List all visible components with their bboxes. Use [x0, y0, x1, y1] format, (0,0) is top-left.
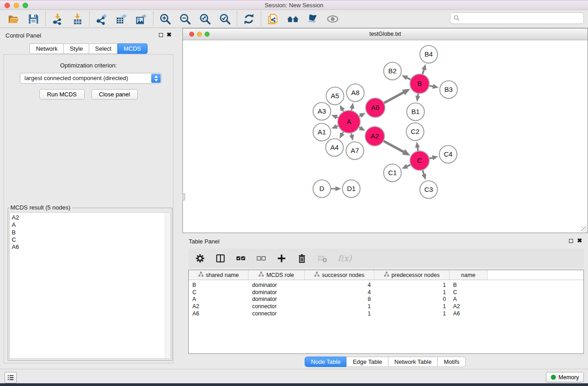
table-cell[interactable]: 1 — [374, 303, 449, 310]
search-input[interactable] — [460, 14, 583, 23]
table-cell[interactable]: A6 — [189, 310, 249, 317]
result-item[interactable]: C — [10, 236, 170, 243]
result-item[interactable]: B — [10, 229, 170, 236]
export-table-button[interactable] — [115, 12, 128, 26]
table-cell[interactable]: C — [189, 289, 249, 295]
table-row[interactable]: Cdominator41C — [189, 289, 583, 296]
table-cell[interactable]: B — [189, 282, 249, 288]
column-header-MCDS-role[interactable]: MCDS role — [249, 270, 305, 280]
table-cell[interactable]: 1 — [374, 289, 449, 295]
table-cell[interactable]: A2 — [449, 303, 488, 310]
graph-node-A2[interactable]: A2 — [365, 127, 385, 146]
graph-node-A1[interactable]: A1 — [313, 124, 331, 141]
search-box[interactable] — [450, 12, 584, 24]
optimization-criterion-dropdown[interactable]: largest connected component (directed) — [20, 73, 162, 84]
table-cell[interactable]: 0 — [374, 296, 449, 302]
graph-node-B1[interactable]: B1 — [407, 103, 425, 121]
table-cell[interactable]: C — [449, 289, 488, 295]
left-resize-grip-icon[interactable] — [182, 193, 185, 200]
settings-button[interactable] — [195, 253, 206, 264]
deselect-all-checkboxes-button[interactable] — [256, 253, 267, 264]
table-cell[interactable]: 1 — [374, 310, 449, 317]
tab-node-table[interactable]: Node Table — [305, 357, 347, 367]
network-zoom-button[interactable] — [205, 32, 210, 37]
tab-select[interactable]: Select — [89, 43, 118, 54]
export-network-button[interactable] — [95, 12, 108, 26]
add-column-button[interactable] — [276, 253, 287, 264]
graph-node-C2[interactable]: C2 — [406, 123, 424, 141]
control-panel-close-icon[interactable]: ✖ — [167, 31, 172, 38]
resize-grip-icon[interactable] — [581, 226, 587, 232]
table-cell[interactable]: 4 — [305, 289, 374, 295]
import-network-button[interactable] — [51, 12, 64, 26]
table-cell[interactable]: A6 — [449, 310, 488, 317]
graph-node-C[interactable]: C — [410, 151, 430, 171]
graph-node-A8[interactable]: A8 — [347, 84, 364, 102]
result-item[interactable]: A6 — [10, 243, 170, 251]
tab-mcds[interactable]: MCDS — [117, 43, 147, 54]
zoom-fit-button[interactable] — [198, 12, 212, 26]
tab-edge-table[interactable]: Edge Table — [346, 357, 388, 367]
table-cell[interactable]: B — [449, 282, 488, 288]
run-mcds-button[interactable]: Run MCDS — [39, 89, 85, 100]
task-history-button[interactable] — [5, 372, 17, 383]
select-all-checkboxes-button[interactable] — [235, 253, 246, 264]
zoom-out-button[interactable] — [178, 12, 192, 26]
graph-node-D1[interactable]: D1 — [343, 180, 360, 198]
column-header-shared-name[interactable]: shared name — [189, 270, 249, 280]
graph-node-A7[interactable]: A7 — [346, 142, 364, 160]
graph-node-B3[interactable]: B3 — [440, 81, 458, 99]
graph-node-B4[interactable]: B4 — [420, 46, 438, 63]
export-image-button[interactable] — [134, 12, 148, 26]
table-cell[interactable]: A — [449, 296, 488, 302]
column-header-name[interactable]: name — [449, 270, 488, 280]
close-panel-button[interactable]: Close panel — [91, 89, 138, 100]
network-canvas[interactable]: B4B2BB3A5A8A6B1A3AC2A1A2A4A7C4CC1C3DD1 — [183, 40, 588, 233]
table-panel-close-icon[interactable]: ✖ — [577, 237, 582, 244]
table-row[interactable]: A2connector11A2 — [189, 303, 583, 310]
graph-node-C1[interactable]: C1 — [384, 164, 402, 182]
graph-node-D[interactable]: D — [313, 180, 331, 198]
table-row[interactable]: Adominator80A — [189, 295, 583, 303]
zoom-in-button[interactable] — [158, 12, 172, 26]
network-minimize-button[interactable] — [197, 32, 202, 37]
graph-node-B2[interactable]: B2 — [384, 62, 402, 80]
table-cell[interactable]: 1 — [374, 282, 449, 288]
delete-column-button[interactable] — [296, 253, 307, 264]
graph-node-C4[interactable]: C4 — [440, 146, 457, 163]
graph-node-A[interactable]: A — [338, 110, 360, 133]
result-item[interactable]: A2 — [10, 214, 170, 221]
zoom-selected-button[interactable] — [218, 12, 232, 26]
open-session-button[interactable] — [7, 12, 20, 26]
graph-node-A4[interactable]: A4 — [326, 139, 344, 157]
network-window-titlebar[interactable]: testGlobe.txt — [183, 29, 588, 40]
control-panel-float-icon[interactable] — [159, 33, 163, 37]
table-cell[interactable]: connector — [249, 303, 305, 310]
save-session-button[interactable] — [27, 12, 40, 26]
table-cell[interactable]: 8 — [305, 296, 374, 302]
graph-node-A6[interactable]: A6 — [366, 98, 385, 118]
column-header-successor-nodes[interactable]: successor nodes — [305, 270, 374, 280]
result-list-scrollbar[interactable] — [165, 213, 170, 358]
table-cell[interactable]: A2 — [189, 303, 249, 310]
mcds-result-list[interactable]: A2ABCA6 — [10, 212, 171, 359]
function-builder-button[interactable]: f(x) — [337, 253, 352, 264]
delete-table-button[interactable] — [317, 253, 328, 264]
tab-network[interactable]: Network — [29, 43, 64, 54]
home-button[interactable] — [286, 12, 300, 26]
network-close-button[interactable] — [189, 32, 194, 37]
result-item[interactable]: A — [10, 221, 170, 229]
graph-node-A5[interactable]: A5 — [326, 87, 344, 105]
graph-node-B[interactable]: B — [410, 74, 430, 94]
table-cell[interactable]: A — [189, 296, 249, 302]
column-layout-button[interactable] — [215, 253, 226, 264]
table-cell[interactable]: connector — [249, 310, 305, 317]
graph-node-A3[interactable]: A3 — [313, 103, 331, 120]
tab-motifs[interactable]: Motifs — [437, 357, 466, 367]
graph-node-C3[interactable]: C3 — [420, 181, 438, 199]
import-table-button[interactable] — [71, 12, 84, 26]
clone-network-button[interactable] — [266, 12, 280, 26]
graphics-details-button[interactable] — [306, 12, 320, 26]
table-panel-float-icon[interactable] — [569, 239, 573, 243]
table-cell[interactable]: 4 — [305, 282, 374, 288]
